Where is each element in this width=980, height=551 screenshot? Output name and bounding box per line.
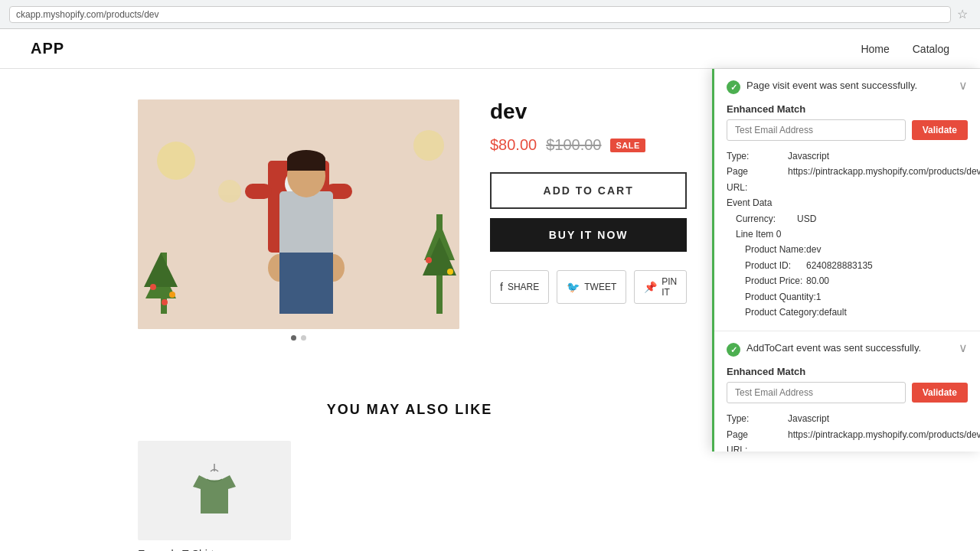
event1-type-val: Javascript xyxy=(788,148,829,164)
event2-collapse-button[interactable]: ∨ xyxy=(959,342,968,354)
event1-eventdata-key: Event Data xyxy=(727,195,788,210)
svg-point-35 xyxy=(426,257,432,263)
event1-url-key: URL: xyxy=(727,180,788,195)
svg-point-2 xyxy=(218,180,241,203)
share-label: SHARE xyxy=(508,282,539,292)
event1-pname-val: dev xyxy=(806,242,821,257)
svg-rect-25 xyxy=(279,253,333,314)
event1-page-key: Page xyxy=(727,164,788,179)
main-layout: dev $80.00 $100.00 SALE ADD TO CART BUY … xyxy=(0,69,980,551)
price-sale: $80.00 xyxy=(490,136,537,154)
svg-point-1 xyxy=(157,142,195,180)
recommendations: YOU MAY ALSO LIKE xyxy=(0,371,712,551)
browser-star-icon[interactable]: ☆ xyxy=(957,7,968,21)
store-header: APP Home Catalog xyxy=(0,29,980,69)
product-image xyxy=(138,99,459,329)
event1-pid-key: Product ID: xyxy=(745,258,806,273)
event2-page-key: Page xyxy=(727,427,788,442)
svg-point-3 xyxy=(413,130,444,161)
pinterest-share-button[interactable]: 📌 PIN IT xyxy=(634,270,687,304)
event1-title: Page visit event was sent successfully. xyxy=(746,80,952,91)
event2-header: AddToCart event was sent successfully. ∨ xyxy=(727,342,968,357)
page-visit-event: Page visit event was sent successfully. … xyxy=(714,69,980,331)
pin-label: PIN IT xyxy=(662,276,677,298)
svg-rect-22 xyxy=(287,159,325,171)
event1-pqty-key: Product Quantity: xyxy=(745,289,816,305)
event2-validate-button[interactable]: Validate xyxy=(912,383,968,403)
event1-pprice-val: 80.00 xyxy=(806,273,829,289)
product-info: dev $80.00 $100.00 SALE ADD TO CART BUY … xyxy=(490,99,687,304)
browser-url[interactable]: ckapp.myshopify.com/products/dev xyxy=(9,6,951,23)
event1-currency-val: USD xyxy=(797,211,816,227)
rec-item-0[interactable]: Example T-Shirt xyxy=(138,441,291,551)
rec-item-name-0: Example T-Shirt xyxy=(138,548,291,551)
event1-email-input[interactable] xyxy=(727,119,906,141)
product-image-container xyxy=(138,99,459,341)
facebook-icon: f xyxy=(500,281,503,293)
product-grid: dev $80.00 $100.00 SALE ADD TO CART BUY … xyxy=(138,99,681,341)
event1-pid-val: 6240828883135 xyxy=(806,258,873,273)
product-title: dev xyxy=(490,99,687,124)
event1-validate-button[interactable]: Validate xyxy=(912,120,968,140)
store-nav: Home Catalog xyxy=(861,43,949,55)
event1-enhanced-match: Enhanced Match Validate xyxy=(727,103,968,141)
buy-now-button[interactable]: BUY IT NOW xyxy=(490,218,687,252)
rec-heading: YOU MAY ALSO LIKE xyxy=(138,402,681,418)
event2-email-input[interactable] xyxy=(727,382,906,403)
event2-enhanced-match: Enhanced Match Validate xyxy=(727,366,968,403)
twitter-share-button[interactable]: 🐦 TWEET xyxy=(557,270,626,304)
event1-check-icon xyxy=(727,80,740,94)
svg-point-36 xyxy=(447,269,453,275)
event2-em-row: Validate xyxy=(727,382,968,403)
product-prices: $80.00 $100.00 SALE xyxy=(490,136,687,154)
dot-1[interactable] xyxy=(291,335,296,341)
twitter-icon: 🐦 xyxy=(567,281,580,293)
add-to-cart-button[interactable]: ADD TO CART xyxy=(490,172,687,209)
event2-type-key: Type: xyxy=(727,411,788,426)
svg-point-30 xyxy=(169,292,175,298)
event2-em-label: Enhanced Match xyxy=(727,366,968,377)
event1-pqty-val: 1 xyxy=(816,289,822,305)
event1-details: Type: Javascript Page https://pintrackap… xyxy=(727,148,968,320)
event2-check-icon xyxy=(727,343,740,357)
event1-em-row: Validate xyxy=(727,119,968,141)
event1-currency-key: Currency: xyxy=(736,211,797,227)
svg-point-29 xyxy=(150,284,156,290)
store-logo: APP xyxy=(31,40,64,57)
dot-2[interactable] xyxy=(301,335,306,341)
event1-pprice-key: Product Price: xyxy=(745,273,806,289)
event2-type-val: Javascript xyxy=(788,411,829,426)
event1-type-key: Type: xyxy=(727,148,788,164)
event2-url-key: URL: xyxy=(727,442,788,452)
facebook-share-button[interactable]: f SHARE xyxy=(490,270,549,304)
svg-point-31 xyxy=(162,299,168,305)
event2-details: Type: Javascript Page https://pintrackap… xyxy=(727,411,968,452)
event1-pname-key: Product Name: xyxy=(745,242,806,257)
nav-catalog[interactable]: Catalog xyxy=(913,43,949,55)
sale-badge: SALE xyxy=(610,139,645,152)
rec-grid: Example T-Shirt xyxy=(138,441,681,551)
rec-image-0 xyxy=(138,441,291,540)
addtocart-event: AddToCart event was sent successfully. ∨… xyxy=(714,331,980,452)
event1-page-val: https://pintrackapp.myshopify.com/produc… xyxy=(788,164,980,179)
tweet-label: TWEET xyxy=(584,282,616,292)
social-share: f SHARE 🐦 TWEET 📌 PIN IT xyxy=(490,270,687,304)
product-section: dev $80.00 $100.00 SALE ADD TO CART BUY … xyxy=(0,69,712,551)
event1-collapse-button[interactable]: ∨ xyxy=(959,80,968,92)
pinterest-icon: 📌 xyxy=(644,281,657,293)
event1-header: Page visit event was sent successfully. … xyxy=(727,80,968,94)
event2-title: AddToCart event was sent successfully. xyxy=(746,342,952,354)
event1-pcat-val: default xyxy=(819,305,847,320)
event-panel: Page visit event was sent successfully. … xyxy=(712,69,980,452)
event1-lineitem-key: Line Item 0 xyxy=(736,227,797,242)
event1-pcat-key: Product Category: xyxy=(745,305,819,320)
price-original: $100.00 xyxy=(546,136,601,154)
svg-rect-17 xyxy=(245,184,272,199)
event1-em-label: Enhanced Match xyxy=(727,103,968,115)
image-dots xyxy=(138,335,459,341)
nav-home[interactable]: Home xyxy=(861,43,889,55)
browser-bar: ckapp.myshopify.com/products/dev ☆ xyxy=(0,0,980,29)
event2-page-val: https://pintrackapp.myshopify.com/produc… xyxy=(788,427,980,442)
